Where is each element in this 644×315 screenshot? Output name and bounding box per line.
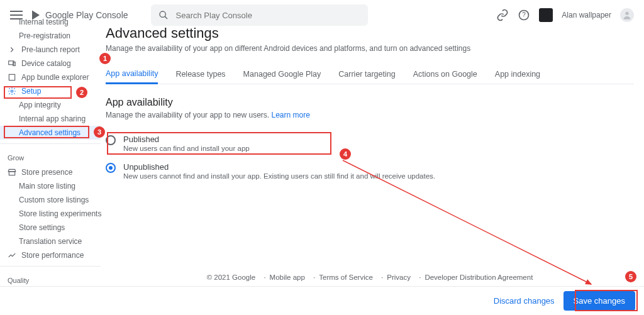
tab-managed-google-play[interactable]: Managed Google Play [243,70,321,84]
radio-unpublished-input[interactable] [106,163,116,173]
footer-link-tos[interactable]: Terms of Service [309,274,373,281]
sidebar-item-custom-store-listings[interactable]: Custom store listings [0,193,101,207]
store-icon [8,168,16,177]
radio-published[interactable]: Published New users can find and install… [106,131,634,158]
search-box[interactable] [151,4,368,26]
sidebar-item-device-catalog[interactable]: Device catalog [0,57,101,70]
learn-more-link[interactable]: Learn more [272,111,310,119]
gear-icon [8,87,16,96]
search-icon [158,10,169,20]
chevron-right-icon [8,45,16,54]
footer-link-dev-dist[interactable]: Developer Distribution Agreement [415,274,533,281]
help-icon[interactable]: ? [518,9,530,21]
sidebar-item-pre-registration[interactable]: Pre-registration [0,29,101,43]
devices-icon [8,59,16,68]
sidebar-item-pre-launch-report[interactable]: Pre-launch report [0,43,101,57]
sidebar-item-app-bundle-explorer[interactable]: App bundle explorer [0,70,101,84]
person-icon [622,10,632,20]
tab-app-indexing[interactable]: App indexing [495,70,540,84]
svg-rect-11 [9,172,14,175]
sidebar-item-store-settings[interactable]: Store settings [0,221,101,235]
avatar[interactable] [620,8,634,22]
svg-line-2 [165,16,167,19]
footer-link-mobile-app[interactable]: Mobile app [260,274,304,281]
page-subtitle: Manage the availability of your app on d… [106,44,634,53]
sidebar-divider [0,266,101,267]
svg-point-9 [11,90,13,92]
tab-app-availability[interactable]: App availability [106,69,158,84]
footer-link-privacy[interactable]: Privacy [377,274,411,281]
sidebar-group-quality: Quality [0,270,101,288]
sidebar-divider [0,143,101,144]
page-title: Advanced settings [106,25,634,41]
sidebar-item-store-presence[interactable]: Store presence [0,165,101,179]
sidebar-item-setup[interactable]: Setup [0,84,101,98]
tab-actions-on-google[interactable]: Actions on Google [413,70,477,84]
tab-carrier-targeting[interactable]: Carrier targeting [338,70,395,84]
bottom-bar: Discard changes Save changes [0,286,644,315]
sidebar-item-advanced-settings[interactable]: Advanced settings [0,126,101,140]
section-subtitle: Manage the availability of your app to n… [106,111,634,119]
save-button[interactable]: Save changes [564,291,635,311]
main-content: Advanced settings Manage the availabilit… [106,25,634,186]
discard-button[interactable]: Discard changes [494,296,555,306]
sidebar-item-app-integrity[interactable]: App integrity [0,98,101,112]
radio-unpublished[interactable]: Unpublished New users cannot find and in… [106,158,634,186]
user-name: Alan wallpaper [562,11,611,19]
link-icon[interactable] [496,9,509,21]
tabs: App availability Release types Managed G… [106,64,634,84]
search-input[interactable] [175,10,360,21]
sidebar-item-store-performance[interactable]: Store performance [0,248,101,262]
svg-rect-8 [9,74,14,80]
section-title: App availability [106,97,634,108]
sidebar-item-translation-service[interactable]: Translation service [0,235,101,248]
sidebar: Internal testing Pre-registration Pre-la… [0,15,101,302]
sidebar-item-store-listing-experiments[interactable]: Store listing experiments [0,207,101,221]
chart-icon [8,251,16,260]
svg-point-5 [625,12,628,15]
radio-group: Published New users can find and install… [106,131,634,186]
sidebar-group-grow: Grow [0,148,101,165]
tab-release-types[interactable]: Release types [175,70,225,84]
radio-published-input[interactable] [106,135,116,145]
sidebar-item-main-store-listing[interactable]: Main store listing [0,179,101,193]
sidebar-item-internal-testing[interactable]: Internal testing [0,15,101,29]
sidebar-item-internal-app-sharing[interactable]: Internal app sharing [0,112,101,126]
svg-point-1 [160,11,165,17]
footer-links: © 2021 Google Mobile app Terms of Servic… [106,274,634,281]
app-thumbnail[interactable] [539,8,553,22]
bundle-icon [8,73,16,82]
svg-text:?: ? [523,11,526,18]
